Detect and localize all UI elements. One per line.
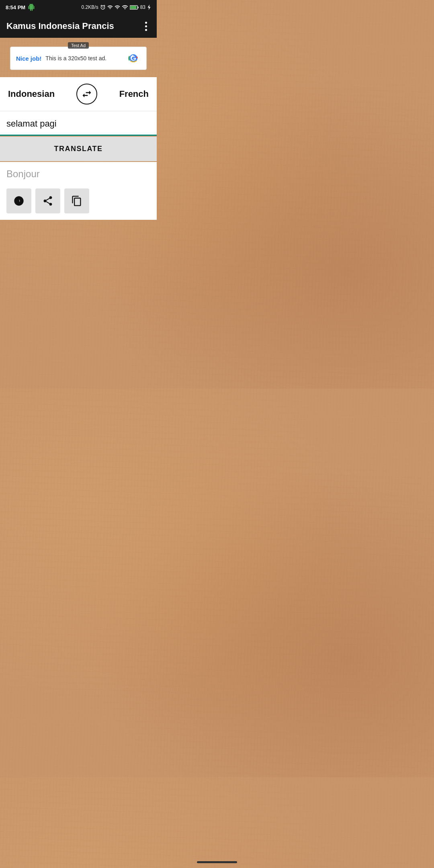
copy-button[interactable]	[64, 188, 89, 213]
share-icon	[42, 195, 53, 207]
ad-text: This is a 320x50 test ad.	[45, 55, 122, 61]
swap-languages-button[interactable]	[76, 84, 97, 104]
status-time: 8:54 PM	[6, 4, 35, 11]
ad-nice-job: Nice job!	[16, 55, 41, 62]
status-icons: 0.2KB/s 83	[82, 4, 151, 10]
copy-icon	[71, 195, 82, 207]
signal-icon-2	[115, 4, 120, 10]
svg-rect-2	[130, 6, 136, 9]
source-language[interactable]: Indonesian	[8, 89, 55, 99]
alarm-icon	[100, 4, 106, 10]
battery-icon	[130, 5, 139, 10]
speak-icon	[13, 195, 25, 207]
translation-input[interactable]	[6, 117, 150, 132]
target-language[interactable]: French	[119, 89, 149, 99]
svg-rect-1	[138, 6, 139, 8]
ad-logo	[126, 51, 141, 66]
ad-label: Test Ad	[68, 42, 89, 49]
ad-banner[interactable]: Test Ad Nice job! This is a 320x50 test …	[10, 47, 147, 70]
more-options-button[interactable]	[142, 18, 150, 34]
result-actions	[6, 188, 150, 213]
app-title: Kamus Indonesia Prancis	[6, 21, 114, 31]
charging-icon	[147, 4, 151, 10]
swap-icon	[81, 88, 92, 100]
signal-icon-1	[107, 4, 113, 10]
translate-button[interactable]: TRANSLATE	[0, 137, 157, 161]
wifi-icon	[122, 4, 128, 10]
share-button[interactable]	[35, 188, 60, 213]
input-area	[0, 111, 157, 136]
status-bar: 8:54 PM 0.2KB/s 83	[0, 0, 157, 14]
background-area	[0, 220, 157, 389]
speak-button[interactable]	[6, 188, 31, 213]
language-selector: Indonesian French	[0, 77, 157, 111]
app-bar: Kamus Indonesia Prancis	[0, 14, 157, 38]
translation-result: Bonjour	[6, 168, 150, 183]
result-area: Bonjour	[0, 162, 157, 220]
android-icon	[28, 4, 35, 11]
